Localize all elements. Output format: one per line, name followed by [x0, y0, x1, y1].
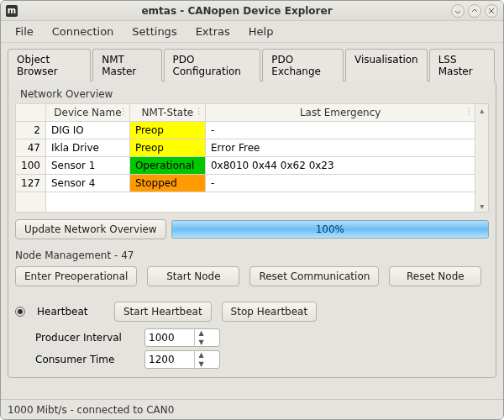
consumer-time-label: Consumer Time [35, 354, 144, 365]
cell-last-emergency: - [205, 122, 475, 139]
cell-device-name: Ikla Drive [45, 139, 129, 157]
tab-panel-nmt-master: Network Overview Device Name⋮ NMT-State⋮… [8, 81, 496, 378]
tab-lss-master[interactable]: LSS Master [429, 49, 495, 81]
cell-last-emergency: Error Free [205, 139, 475, 157]
cell-id: 2 [16, 122, 46, 139]
start-heartbeat-button[interactable]: Start Heartbeat [114, 302, 212, 322]
cell-last-emergency: 0x8010 0x44 0x62 0x23 [205, 157, 475, 175]
col-device-name[interactable]: Device Name⋮ [45, 104, 129, 122]
status-bar: 1000 Mibt/s - connected to CAN0 [1, 399, 503, 419]
network-overview-table: Device Name⋮ NMT-State⋮ Last Emergency⋮ … [15, 103, 475, 213]
close-button[interactable] [485, 4, 498, 18]
window-controls [451, 4, 498, 18]
col-last-emergency[interactable]: Last Emergency⋮ [205, 104, 475, 122]
heartbeat-label: Heartbeat [37, 306, 104, 318]
chevron-up-icon[interactable]: ▲ [195, 328, 207, 338]
enter-preoperational-button[interactable]: Enter Preoperational [15, 266, 137, 286]
consumer-time-stepper[interactable]: ▲▼ [144, 350, 220, 369]
col-id[interactable] [16, 104, 46, 122]
table-row[interactable]: 2DIG IOPreop- [16, 122, 475, 139]
table-row[interactable]: 47Ikla DrivePreopError Free [16, 139, 475, 157]
producer-interval-label: Producer Interval [35, 332, 144, 344]
cell-device-name: Sensor 1 [45, 157, 129, 175]
minimize-button[interactable] [451, 4, 465, 18]
menu-bar: File Connection Settings Extras Help [1, 21, 503, 43]
table-scrollbar[interactable]: ▴ ▾ [475, 103, 489, 213]
reset-node-button[interactable]: Reset Node [389, 266, 481, 286]
consumer-time-input[interactable] [145, 354, 194, 365]
tab-pdo-config[interactable]: PDO Configuration [164, 49, 261, 81]
cell-id: 47 [16, 139, 46, 157]
producer-interval-input[interactable] [145, 332, 194, 344]
heartbeat-radio[interactable] [15, 307, 25, 317]
table-row[interactable]: 127Sensor 4Stopped- [16, 175, 475, 192]
progress-bar: 100% [171, 220, 489, 239]
cell-nmt-state: Stopped [129, 175, 205, 192]
title-bar: m emtas - CANopen Device Explorer [1, 1, 503, 21]
tab-nmt-master[interactable]: NMT Master [92, 49, 161, 81]
scroll-down-icon[interactable]: ▾ [475, 200, 488, 212]
window-title: emtas - CANopen Device Explorer [23, 5, 451, 17]
cell-id: 127 [16, 175, 46, 192]
start-node-button[interactable]: Start Node [147, 266, 239, 286]
menu-settings[interactable]: Settings [124, 23, 184, 40]
cell-device-name: Sensor 4 [45, 175, 129, 192]
menu-connection[interactable]: Connection [45, 23, 122, 40]
cell-nmt-state: Preop [129, 139, 205, 157]
content-area: Object Browser NMT Master PDO Configurat… [1, 43, 503, 399]
update-network-overview-button[interactable]: Update Network Overview [15, 219, 166, 239]
menu-file[interactable]: File [8, 23, 41, 40]
menu-help[interactable]: Help [241, 23, 281, 40]
app-icon: m [6, 5, 18, 17]
cell-nmt-state: Preop [129, 122, 205, 139]
status-text: 1000 Mibt/s - connected to CAN0 [8, 404, 174, 416]
tab-bar: Object Browser NMT Master PDO Configurat… [8, 48, 496, 81]
table-row[interactable]: 100Sensor 1Operational0x8010 0x44 0x62 0… [16, 157, 475, 175]
stop-heartbeat-button[interactable]: Stop Heartbeat [222, 302, 318, 322]
menu-extras[interactable]: Extras [188, 23, 238, 40]
cell-last-emergency: - [205, 175, 475, 192]
scroll-up-icon[interactable]: ▴ [475, 104, 488, 116]
tab-visualisation[interactable]: Visualisation [345, 49, 428, 81]
cell-device-name: DIG IO [45, 122, 129, 139]
tab-object-browser[interactable]: Object Browser [8, 49, 91, 81]
col-nmt-state[interactable]: NMT-State⋮ [129, 104, 205, 122]
maximize-button[interactable] [468, 4, 481, 18]
chevron-down-icon[interactable]: ▼ [195, 338, 207, 347]
network-overview-label: Network Overview [20, 88, 489, 100]
producer-interval-stepper[interactable]: ▲▼ [144, 328, 220, 347]
network-overview-table-wrap: Device Name⋮ NMT-State⋮ Last Emergency⋮ … [15, 103, 489, 213]
cell-nmt-state: Operational [129, 157, 205, 175]
chevron-down-icon[interactable]: ▼ [195, 360, 207, 369]
chevron-up-icon[interactable]: ▲ [195, 350, 207, 360]
reset-communication-button[interactable]: Reset Communication [249, 266, 379, 286]
tab-pdo-exchange[interactable]: PDO Exchange [262, 49, 344, 81]
node-management-label: Node Management - 47 [15, 249, 489, 261]
app-window: m emtas - CANopen Device Explorer File C… [0, 0, 504, 420]
cell-id: 100 [16, 157, 46, 175]
